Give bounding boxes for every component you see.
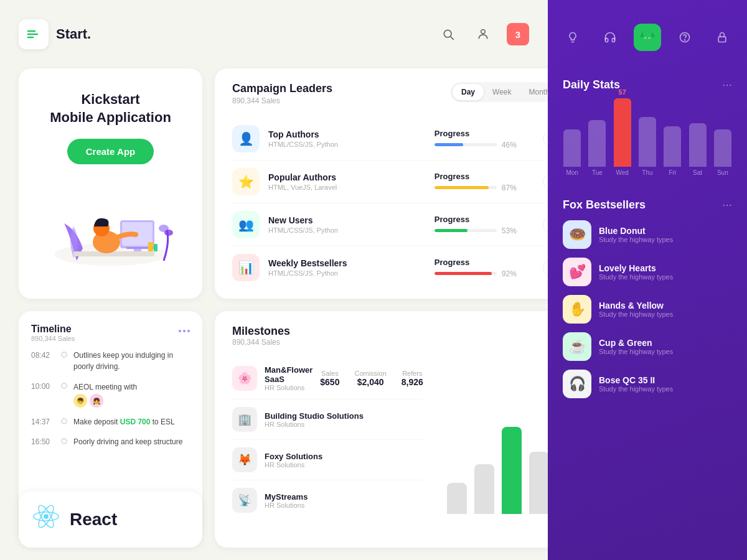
leader-info-3: New Users HTML/CSS/JS, Python: [268, 215, 426, 234]
react-label: React: [70, 510, 117, 530]
right-sidebar: Daily Stats ⋯ Mon Tue 57 Wed Thu Fri Sat…: [548, 0, 747, 560]
milestone-refers: Refers 8,926: [402, 370, 423, 387]
milestone-sales: Sales $650: [320, 370, 339, 387]
svg-line-4: [451, 37, 454, 40]
sidebar-icon-fox[interactable]: [634, 24, 661, 51]
app-title: Start.: [56, 26, 91, 42]
notification-badge[interactable]: 3: [507, 23, 529, 45]
fox-item-info-5: Bose QC 35 II Study the highway types: [599, 375, 673, 393]
daily-stats-header: Daily Stats ⋯: [563, 78, 732, 91]
sidebar-icon-question[interactable]: [671, 24, 698, 51]
timeline-title: Timeline: [31, 324, 190, 335]
leader-info-4: Weekly Bestsellers HTML/CSS/JS, Python: [268, 258, 426, 277]
bar-col-thu: Thu: [638, 117, 657, 176]
search-button[interactable]: [437, 23, 459, 45]
fox-item-info-1: Blue Donut Study the highway types: [599, 226, 673, 243]
sidebar-icon-headset[interactable]: [596, 24, 624, 51]
svg-marker-28: [642, 30, 653, 43]
milestones-card: Milestones 890,344 Sales 🌸 Man&Flower Sa…: [215, 311, 578, 548]
timeline-subtitle: 890,344 Sales: [31, 335, 190, 342]
avatar-2: 👧: [90, 394, 103, 408]
create-app-button[interactable]: Create App: [67, 139, 154, 164]
milestone-avatar-4: 📡: [232, 488, 257, 513]
sidebar-top-icons: [548, 0, 747, 68]
leader-progress-3: Progress 53%: [435, 215, 534, 235]
bar-col-fri: Fri: [663, 126, 682, 176]
milestone-list: 🌸 Man&Flower SaaS HR Solutions Sales $65…: [232, 358, 423, 520]
svg-rect-38: [718, 37, 726, 42]
tab-week[interactable]: Week: [484, 84, 520, 100]
header-icons: 3: [437, 23, 529, 45]
campaign-card: Campaign Leaders 890,344 Sales Day Week …: [215, 68, 578, 299]
leader-avatar-4: 📊: [232, 254, 260, 281]
meeting-avatars: 👦 👧: [73, 394, 137, 408]
svg-point-33: [645, 38, 646, 39]
leader-row-4: 📊 Weekly Bestsellers HTML/CSS/JS, Python…: [232, 246, 560, 289]
fox-item-5[interactable]: 🎧 Bose QC 35 II Study the highway types: [563, 370, 732, 398]
fox-bestsellers-header: Fox Bestsellers ⋯: [563, 198, 732, 212]
illustration: [31, 177, 190, 276]
milestone-row-4: 📡 MyStreams HR Solutions: [232, 480, 423, 520]
milestones-subtitle: 890,344 Sales: [232, 338, 560, 347]
svg-point-35: [647, 40, 648, 41]
bar-col-sun: Sun: [713, 129, 732, 176]
timeline-item-4: 16:50 Poorly driving and keep structure: [31, 436, 190, 447]
milestone-row-2: 🏢 Building Studio Solutions HR Solutions: [232, 399, 423, 440]
milestone-avatar-3: 🦊: [232, 447, 257, 472]
sidebar-icon-lock[interactable]: [708, 24, 736, 51]
logo: Start.: [19, 19, 91, 49]
milestone-info-2: Building Studio Solutions HR Solutions: [265, 411, 423, 428]
fox-item-4[interactable]: ☕ Cup & Green Study the highway types: [563, 332, 732, 361]
timeline-menu-button[interactable]: [179, 324, 190, 335]
content-grid: Kickstart Mobile Application Create App: [0, 68, 548, 560]
svg-point-17: [164, 230, 173, 236]
fox-item-info-4: Cup & Green Study the highway types: [599, 338, 673, 355]
leader-avatar-2: ⭐: [232, 168, 260, 195]
milestone-avatar-2: 🏢: [232, 407, 257, 432]
tab-day[interactable]: Day: [453, 84, 484, 100]
milestone-stats-1: Sales $650 Comission $2,040 Refers 8,926: [320, 370, 423, 387]
svg-point-18: [179, 330, 181, 332]
fox-bestsellers-section: Fox Bestsellers ⋯ 🍩 Blue Donut Study the…: [548, 191, 747, 560]
fox-thumb-3: ✋: [563, 295, 591, 324]
timeline-item-3: 14:37 Make deposit USD 700 to ESL: [31, 416, 190, 427]
fox-menu[interactable]: ⋯: [722, 199, 732, 211]
svg-rect-15: [154, 244, 157, 251]
fox-item-3[interactable]: ✋ Hands & Yellow Study the highway types: [563, 295, 732, 324]
svg-point-19: [183, 330, 186, 332]
kickstart-title: Kickstart Mobile Application: [50, 91, 171, 126]
sidebar-icon-lightbulb[interactable]: [559, 24, 586, 51]
campaign-subtitle: 890,344 Sales: [232, 96, 332, 105]
fox-item-2[interactable]: 💕 Lovely Hearts Study the highway types: [563, 258, 732, 286]
fox-item-1[interactable]: 🍩 Blue Donut Study the highway types: [563, 220, 732, 249]
timeline-item-2: 10:00 AEOL meeting with 👦 👧: [31, 381, 190, 408]
svg-marker-30: [652, 32, 655, 37]
user-button[interactable]: [472, 23, 494, 45]
milestone-row-3: 🦊 Foxy Solutions HR Solutions: [232, 440, 423, 480]
fox-items-list: 🍩 Blue Donut Study the highway types 💕 L…: [563, 220, 732, 398]
milestones-title: Milestones: [232, 325, 560, 338]
milestone-bar-3: [502, 427, 522, 514]
svg-point-21: [44, 514, 49, 519]
milestone-avatar-1: 🌸: [232, 366, 257, 391]
milestone-bar-4: [529, 452, 549, 514]
milestone-info-3: Foxy Solutions HR Solutions: [265, 452, 423, 469]
leader-avatar-1: 👤: [232, 125, 260, 152]
daily-stats-menu[interactable]: ⋯: [722, 79, 732, 91]
leader-avatar-3: 👥: [232, 211, 260, 238]
daily-stats-section: Daily Stats ⋯ Mon Tue 57 Wed Thu Fri Sat…: [548, 68, 747, 191]
milestones-content: 🌸 Man&Flower SaaS HR Solutions Sales $65…: [232, 358, 560, 520]
app-header: Start. 3: [0, 0, 548, 68]
svg-rect-14: [148, 242, 153, 251]
milestone-bar-1: [447, 483, 467, 514]
fox-item-info-3: Hands & Yellow Study the highway types: [599, 301, 673, 318]
daily-stats-title: Daily Stats: [563, 78, 620, 91]
bar-col-tue: Tue: [588, 120, 606, 176]
svg-marker-29: [640, 32, 643, 37]
fox-item-info-2: Lovely Hearts Study the highway types: [599, 263, 673, 281]
svg-point-5: [481, 30, 486, 34]
milestone-info-4: MyStreams HR Solutions: [265, 492, 423, 509]
leader-progress-2: Progress 87%: [435, 172, 534, 192]
leader-row-3: 👥 New Users HTML/CSS/JS, Python Progress…: [232, 203, 560, 246]
fox-thumb-1: 🍩: [563, 220, 591, 249]
